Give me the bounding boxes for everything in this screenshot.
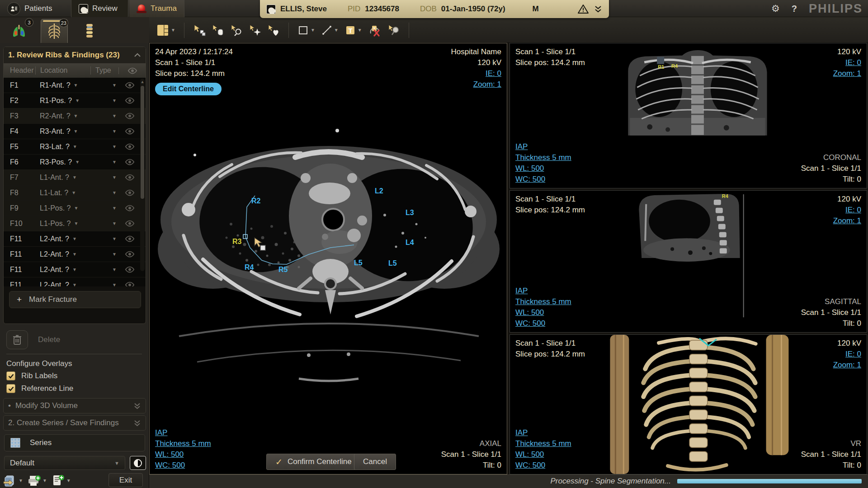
series-button[interactable]: Series xyxy=(4,434,145,451)
thickness-link[interactable]: Thickness 5 mm xyxy=(515,296,571,307)
text-annotation-tool-button[interactable]: T ▼ xyxy=(344,24,362,36)
finding-location-dropdown[interactable]: L2-Ant. ? ▼ xyxy=(35,235,94,243)
wc-link[interactable]: WC: 500 xyxy=(155,460,211,471)
navigate-tool-button[interactable] xyxy=(193,24,206,37)
finding-type-dropdown[interactable]: ▼ xyxy=(94,83,119,88)
ribs-workflow-button[interactable]: 23 xyxy=(41,19,68,43)
edit-centerline-button[interactable]: Edit Centerline xyxy=(155,83,222,95)
collapse-chevron-icon[interactable] xyxy=(134,52,141,58)
layout-selector-button[interactable]: ▼ xyxy=(156,23,175,37)
table-row[interactable]: F3 R2-Ant. ? ▼ ▼ xyxy=(4,108,146,124)
finding-type-dropdown[interactable]: ▼ xyxy=(94,252,119,257)
rib-label-l2[interactable]: L2 xyxy=(375,187,383,195)
scrollbar-thumb[interactable] xyxy=(141,86,144,199)
ie-link[interactable]: IE: 0 xyxy=(451,68,502,79)
spine-workflow-button[interactable] xyxy=(76,19,103,43)
table-row[interactable]: F1 R1-Ant. ? ▼ ▼ xyxy=(4,78,146,93)
rib-label-r4[interactable]: R4 xyxy=(245,263,254,272)
table-row[interactable]: F10 L1-Pos. ? ▼ ▼ xyxy=(4,216,146,231)
table-row[interactable]: F11 L2-Ant. ? ▼ ▼ xyxy=(4,262,146,277)
finding-location-dropdown[interactable]: L1-Lat. ? ▼ xyxy=(35,189,94,197)
zoom-link[interactable]: Zoom: 1 xyxy=(833,68,861,79)
rib-label-l4[interactable]: L4 xyxy=(406,239,414,247)
ie-link[interactable]: IE: 0 xyxy=(833,205,861,216)
finding-location-dropdown[interactable]: L2-Ant. ? ▼ xyxy=(35,250,94,258)
finding-location-dropdown[interactable]: R1-Ant. ? ▼ xyxy=(35,81,94,89)
export-series-button[interactable]: ▼ xyxy=(3,474,23,487)
line-measure-tool-button[interactable]: ▼ xyxy=(321,24,339,36)
rect-roi-tool-button[interactable]: ▼ xyxy=(297,24,315,36)
iap-link[interactable]: IAP xyxy=(155,427,211,438)
finding-type-dropdown[interactable]: ▼ xyxy=(94,113,119,118)
wl-link[interactable]: WL: 500 xyxy=(515,163,571,174)
finding-visibility-toggle[interactable] xyxy=(119,282,140,286)
finding-visibility-toggle[interactable] xyxy=(119,174,140,181)
table-row[interactable]: F2 R1-Pos. ? ▼ ▼ xyxy=(4,93,146,108)
finding-location-dropdown[interactable]: R2-Ant. ? ▼ xyxy=(35,112,94,120)
zoom-link[interactable]: Zoom: 1 xyxy=(833,360,861,371)
finding-location-dropdown[interactable]: R3-Lat. ? ▼ xyxy=(35,143,94,151)
iap-link[interactable]: IAP xyxy=(515,141,571,152)
help-icon[interactable]: ? xyxy=(792,4,797,14)
warning-icon[interactable] xyxy=(577,4,589,14)
thickness-link[interactable]: Thickness 5 mm xyxy=(515,438,571,449)
finding-location-dropdown[interactable]: L1-Pos. ? ▼ xyxy=(35,220,94,228)
iap-link[interactable]: IAP xyxy=(515,427,571,438)
rib-label-l3[interactable]: L3 xyxy=(406,209,414,217)
wc-link[interactable]: WC: 500 xyxy=(515,174,571,185)
finding-visibility-toggle[interactable] xyxy=(119,128,140,135)
zoom-tool-button[interactable] xyxy=(230,24,243,37)
finding-type-dropdown[interactable]: ▼ xyxy=(94,236,119,241)
finding-type-dropdown[interactable]: ▼ xyxy=(94,206,119,211)
tab-trauma[interactable]: Trauma xyxy=(129,0,184,17)
reference-line-checkbox-row[interactable]: Reference Line xyxy=(6,384,73,393)
zoom-link[interactable]: Zoom: 1 xyxy=(833,216,861,226)
finding-visibility-toggle[interactable] xyxy=(119,97,140,104)
rib-label-l5b[interactable]: L5 xyxy=(388,259,397,267)
finding-visibility-toggle[interactable] xyxy=(119,235,140,242)
finding-visibility-toggle[interactable] xyxy=(119,251,140,258)
create-series-section[interactable]: 2. Create Series / Save Findings xyxy=(3,415,146,431)
finding-location-dropdown[interactable]: L1-Pos. ? ▼ xyxy=(35,204,94,212)
table-scrollbar[interactable]: ▲ xyxy=(140,79,145,271)
section1-header[interactable]: 1. Review Ribs & Findings (23) xyxy=(4,47,146,63)
cancel-button[interactable]: Cancel xyxy=(354,454,396,470)
finding-type-dropdown[interactable]: ▼ xyxy=(94,282,119,286)
vr-viewport[interactable]: Scan 1 - Slice 1/1 Slice pos: 124.2 mm 1… xyxy=(509,334,867,474)
pan-tool-button[interactable] xyxy=(212,24,224,37)
rib-label-l5[interactable]: L5 xyxy=(354,259,363,267)
checkbox-checked-icon[interactable] xyxy=(6,371,15,380)
table-row[interactable]: F6 R3-Pos. ? ▼ ▼ xyxy=(4,155,146,170)
ie-link[interactable]: IE: 0 xyxy=(833,57,861,68)
finding-visibility-toggle[interactable] xyxy=(119,266,140,273)
invert-display-button[interactable] xyxy=(130,456,146,470)
finding-type-dropdown[interactable]: ▼ xyxy=(94,221,119,226)
finding-visibility-toggle[interactable] xyxy=(119,143,140,150)
wc-link[interactable]: WC: 500 xyxy=(515,460,571,471)
finding-location-dropdown[interactable]: R3-Ant. ? ▼ xyxy=(35,127,94,136)
table-row[interactable]: F11 L2-Ant. ? ▼ ▼ xyxy=(4,231,146,247)
thickness-link[interactable]: Thickness 5 mm xyxy=(515,152,571,163)
finding-visibility-toggle[interactable] xyxy=(119,113,140,119)
exit-button[interactable]: Exit xyxy=(108,473,143,487)
wl-link[interactable]: WL: 500 xyxy=(515,449,571,460)
finding-location-dropdown[interactable]: L1-Ant. ? ▼ xyxy=(35,174,94,182)
scroll-up-arrow-icon[interactable]: ▲ xyxy=(140,80,145,84)
delete-button[interactable] xyxy=(6,330,28,349)
finding-type-dropdown[interactable]: ▼ xyxy=(94,144,119,149)
finding-location-dropdown[interactable]: L2-Ant. ? ▼ xyxy=(35,266,94,274)
table-row[interactable]: F7 L1-Ant. ? ▼ ▼ xyxy=(4,170,146,185)
banner-expand-chevron-icon[interactable] xyxy=(594,5,603,13)
mark-fracture-button[interactable]: + Mark Fracture xyxy=(9,291,141,308)
cine-tool-button[interactable] xyxy=(267,24,280,37)
coronal-viewport[interactable]: R1 R4 Scan 1 - Slice 1/1 Slice pos: 124.… xyxy=(509,43,867,188)
table-row[interactable]: F11 L2-Ant. ? ▼ ▼ xyxy=(4,277,146,286)
lungs-workflow-button[interactable]: 3 xyxy=(5,19,33,43)
clear-annotations-button[interactable]: T xyxy=(368,23,382,37)
rib-label-r2[interactable]: R2 xyxy=(251,197,260,205)
confirm-centerline-button[interactable]: ✓ Confirm Centerline xyxy=(266,454,361,470)
wl-link[interactable]: WL: 500 xyxy=(515,307,571,318)
table-row[interactable]: F5 R3-Lat. ? ▼ ▼ xyxy=(4,139,146,155)
ie-link[interactable]: IE: 0 xyxy=(833,349,861,360)
rib-label-r3-active[interactable]: R3 xyxy=(232,238,241,246)
